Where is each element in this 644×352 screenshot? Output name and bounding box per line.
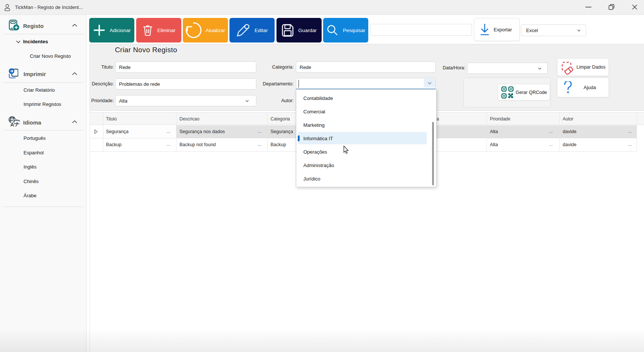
svg-text:A: A	[10, 122, 15, 127]
